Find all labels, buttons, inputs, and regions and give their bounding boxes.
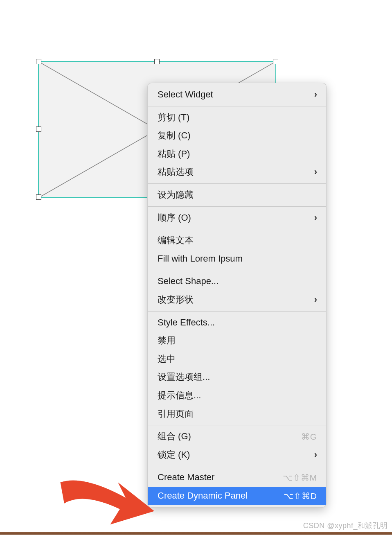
chevron-right-icon: › [314,166,317,178]
resize-handle-bottom-left[interactable] [36,194,41,200]
menu-item-lock[interactable]: 锁定 (K) › [148,446,326,464]
menu-separator [148,106,326,106]
resize-handle-middle-left[interactable] [36,126,41,132]
menu-item-disable[interactable]: 禁用 [148,332,326,350]
menu-separator [148,270,326,270]
menu-separator [148,206,326,207]
menu-separator [148,466,326,466]
menu-item-paste[interactable]: 粘贴 (P) [148,145,326,163]
menu-separator [148,183,326,184]
menu-shortcut: ⌥⇧⌘M [283,472,318,483]
menu-item-tooltip[interactable]: 提示信息... [148,386,326,405]
menu-label: 改变形状 [158,294,311,306]
menu-item-cut[interactable]: 剪切 (T) [148,108,326,127]
menu-label: 顺序 (O) [158,212,311,224]
resize-handle-top-left[interactable] [36,59,41,64]
menu-item-set-option-group[interactable]: 设置选项组... [148,368,326,386]
bottom-frame-bar [0,532,392,535]
menu-item-select-widget[interactable]: Select Widget › [148,86,326,104]
menu-item-select-shape[interactable]: Select Shape... [148,272,326,291]
resize-handle-top-center[interactable] [154,59,160,64]
menu-item-create-master[interactable]: Create Master ⌥⇧⌘M [148,468,326,487]
watermark-text: CSDN @xyphf_和派孔明 [303,521,388,531]
menu-label: Style Effects... [158,317,317,329]
menu-label: 复制 (C) [158,130,317,142]
menu-item-reference-page[interactable]: 引用页面 [148,405,326,423]
resize-handle-top-right[interactable] [273,59,278,64]
menu-item-set-hidden[interactable]: 设为隐藏 [148,186,326,204]
menu-item-order[interactable]: 顺序 (O) › [148,209,326,227]
annotation-arrow-icon [53,471,160,532]
menu-separator [148,311,326,312]
menu-label: Select Widget [158,89,311,101]
menu-shortcut: ⌘G [301,431,317,442]
menu-label: 锁定 (K) [158,449,311,461]
menu-item-edit-text[interactable]: 编辑文本 [148,231,326,250]
menu-item-selected[interactable]: 选中 [148,350,326,368]
menu-label: Select Shape... [158,276,317,287]
menu-item-style-effects[interactable]: Style Effects... [148,314,326,332]
menu-label: 组合 (G) [158,431,301,443]
menu-label: 粘贴 (P) [158,148,317,160]
menu-label: 引用页面 [158,408,317,420]
menu-label: 粘贴选项 [158,166,311,178]
menu-label: 设为隐藏 [158,189,317,201]
menu-separator [148,229,326,229]
menu-label: 选中 [158,353,317,365]
design-canvas[interactable]: Select Widget › 剪切 (T) 复制 (C) 粘贴 (P) 粘贴选… [0,0,392,551]
menu-label: 提示信息... [158,390,317,402]
chevron-right-icon: › [314,449,317,461]
menu-label: Fill with Lorem Ipsum [158,253,317,265]
menu-shortcut: ⌥⇧⌘D [284,490,317,501]
menu-item-paste-options[interactable]: 粘贴选项 › [148,163,326,181]
chevron-right-icon: › [314,212,317,224]
menu-label: 禁用 [158,335,317,347]
menu-label: Create Master [158,472,283,483]
menu-item-create-dynamic-panel[interactable]: Create Dynamic Panel ⌥⇧⌘D [148,487,326,505]
context-menu: Select Widget › 剪切 (T) 复制 (C) 粘贴 (P) 粘贴选… [147,83,327,508]
menu-label: 剪切 (T) [158,112,317,124]
menu-label: 编辑文本 [158,235,317,246]
menu-label: 设置选项组... [158,371,317,383]
chevron-right-icon: › [314,89,317,101]
menu-item-copy[interactable]: 复制 (C) [148,126,326,145]
menu-separator [148,425,326,425]
menu-item-change-shape[interactable]: 改变形状 › [148,291,326,309]
menu-label: Create Dynamic Panel [158,490,284,502]
menu-item-group[interactable]: 组合 (G) ⌘G [148,427,326,446]
chevron-right-icon: › [314,294,317,306]
menu-item-fill-lorem[interactable]: Fill with Lorem Ipsum [148,250,326,268]
